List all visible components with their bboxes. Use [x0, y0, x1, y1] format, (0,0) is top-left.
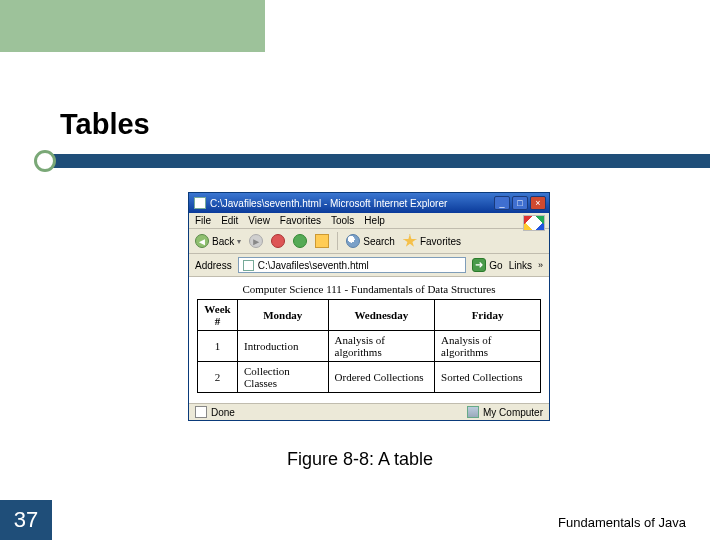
cell-fri: Analysis of algorithms — [435, 331, 541, 362]
cell-wed: Analysis of algorithms — [328, 331, 434, 362]
forward-button[interactable]: ► — [249, 234, 263, 248]
cell-mon: Collection Classes — [238, 362, 329, 393]
menu-help[interactable]: Help — [364, 215, 385, 226]
status-text: Done — [211, 407, 235, 418]
menu-edit[interactable]: Edit — [221, 215, 238, 226]
cell-wed: Ordered Collections — [328, 362, 434, 393]
search-label: Search — [363, 236, 395, 247]
minimize-button[interactable]: _ — [494, 196, 510, 210]
address-field[interactable]: C:\Javafiles\seventh.html — [238, 257, 467, 273]
menu-file[interactable]: File — [195, 215, 211, 226]
status-bar: Done My Computer — [189, 403, 549, 420]
page-heading: Computer Science 111 - Fundamentals of D… — [197, 283, 541, 295]
my-computer-icon — [467, 406, 479, 418]
close-button[interactable]: × — [530, 196, 546, 210]
star-icon — [403, 234, 417, 248]
window-title: C:\Javafiles\seventh.html - Microsoft In… — [210, 198, 447, 209]
links-label[interactable]: Links — [509, 260, 532, 271]
table-row: 1 Introduction Analysis of algorithms An… — [198, 331, 541, 362]
menu-view[interactable]: View — [248, 215, 270, 226]
stop-icon[interactable] — [271, 234, 285, 248]
course-table: Week # Monday Wednesday Friday 1 Introdu… — [197, 299, 541, 393]
address-label: Address — [195, 260, 232, 271]
table-header-row: Week # Monday Wednesday Friday — [198, 300, 541, 331]
menu-bar: File Edit View Favorites Tools Help — [189, 213, 549, 229]
figure-caption: Figure 8-8: A table — [0, 449, 720, 470]
page-content: Computer Science 111 - Fundamentals of D… — [189, 277, 549, 403]
refresh-icon[interactable] — [293, 234, 307, 248]
col-friday: Friday — [435, 300, 541, 331]
title-rule — [22, 150, 710, 172]
page-icon — [243, 260, 254, 271]
go-button[interactable]: ➜ Go — [472, 258, 502, 272]
links-chevron-icon[interactable]: » — [538, 260, 543, 270]
forward-icon: ► — [249, 234, 263, 248]
page-number: 37 — [0, 500, 52, 540]
browser-titlebar[interactable]: C:\Javafiles\seventh.html - Microsoft In… — [189, 193, 549, 213]
cell-mon: Introduction — [238, 331, 329, 362]
cell-week: 2 — [198, 362, 238, 393]
col-wednesday: Wednesday — [328, 300, 434, 331]
maximize-button[interactable]: □ — [512, 196, 528, 210]
address-bar: Address C:\Javafiles\seventh.html ➜ Go L… — [189, 254, 549, 277]
slide-title: Tables — [60, 108, 150, 141]
slide-accent — [0, 0, 265, 52]
search-button[interactable]: Search — [346, 234, 395, 248]
col-monday: Monday — [238, 300, 329, 331]
back-button[interactable]: ◄ Back ▾ — [195, 234, 241, 248]
windows-flag-icon — [523, 215, 545, 231]
menu-tools[interactable]: Tools — [331, 215, 354, 226]
ie-page-icon — [194, 197, 206, 209]
done-icon — [195, 406, 207, 418]
search-icon — [346, 234, 360, 248]
menu-favorites[interactable]: Favorites — [280, 215, 321, 226]
zone-text: My Computer — [483, 407, 543, 418]
browser-window: C:\Javafiles\seventh.html - Microsoft In… — [188, 192, 550, 421]
chevron-down-icon: ▾ — [237, 237, 241, 246]
col-week: Week # — [198, 300, 238, 331]
back-icon: ◄ — [195, 234, 209, 248]
footer-text: Fundamentals of Java — [558, 515, 686, 530]
cell-week: 1 — [198, 331, 238, 362]
toolbar: ◄ Back ▾ ► Search Favorites — [189, 229, 549, 254]
back-label: Back — [212, 236, 234, 247]
table-row: 2 Collection Classes Ordered Collections… — [198, 362, 541, 393]
go-label: Go — [489, 260, 502, 271]
favorites-button[interactable]: Favorites — [403, 234, 461, 248]
address-value: C:\Javafiles\seventh.html — [258, 260, 369, 271]
go-icon: ➜ — [472, 258, 486, 272]
favorites-label: Favorites — [420, 236, 461, 247]
cell-fri: Sorted Collections — [435, 362, 541, 393]
home-icon[interactable] — [315, 234, 329, 248]
